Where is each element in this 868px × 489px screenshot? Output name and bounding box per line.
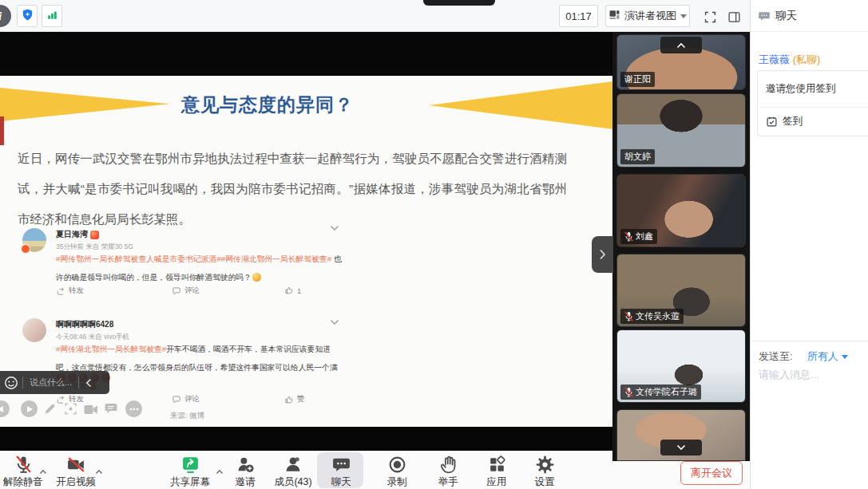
apps-icon — [475, 452, 518, 475]
chat-bubble-icon — [319, 452, 363, 475]
participant-name-label: 文传吴永蕸 — [620, 309, 684, 324]
fullscreen-icon — [704, 10, 717, 24]
send-to-selector[interactable]: 所有人 — [807, 349, 848, 364]
settings-button[interactable]: 设置 — [523, 452, 566, 489]
chat-panel-title: 聊天 — [775, 9, 797, 23]
chevron-down-icon — [676, 444, 686, 451]
info-icon[interactable]: i — [0, 5, 11, 27]
video-tile[interactable]: 文传吴永蕸 — [616, 254, 746, 327]
repost-button: 转发 — [56, 286, 84, 296]
share-indicator-pill[interactable] — [423, 0, 495, 6]
side-panel-icon — [727, 10, 741, 24]
video-tile[interactable]: 胡文婷 — [616, 93, 746, 168]
comment-control-button[interactable] — [105, 403, 117, 417]
members-icon — [268, 452, 318, 475]
focus-button[interactable] — [64, 402, 77, 419]
thumbs-up-icon — [284, 395, 294, 404]
play-button[interactable] — [21, 400, 38, 417]
share-screen-button[interactable]: 共享屏幕 — [166, 452, 214, 489]
chevron-down-icon — [842, 355, 848, 359]
unmute-options-caret[interactable] — [39, 463, 47, 478]
security-button[interactable] — [17, 5, 38, 27]
apps-button[interactable]: 应用 — [475, 452, 518, 489]
chat-bubble-icon — [105, 403, 117, 414]
send-to-label: 发送至: — [759, 349, 793, 364]
chevron-left-icon — [85, 378, 92, 388]
post-menu-chevron-icon — [330, 314, 339, 329]
camera-icon — [84, 404, 98, 415]
post-user-name: 夏日海湾 — [56, 229, 99, 240]
previous-button[interactable] — [0, 400, 10, 417]
post-content: #网传鄂州一局长醉驾被查人喊是市委书记派酒##网传湖北鄂州一局长醉驾被查# 也许… — [56, 250, 342, 286]
fullscreen-button[interactable] — [700, 7, 719, 26]
collapse-videos-button[interactable] — [660, 37, 702, 53]
chevron-right-icon — [599, 249, 606, 260]
shield-plus-icon — [21, 8, 34, 25]
participant-name-label: 刘鑫 — [620, 229, 657, 244]
panel-collapse-handle[interactable] — [592, 236, 613, 273]
post-user-name: 啊啊啊啊啊6428 — [56, 319, 113, 330]
camera-control-button[interactable] — [84, 404, 98, 418]
like-button: 赞 — [284, 394, 305, 404]
ellipsis-icon — [129, 408, 139, 411]
emoji-button[interactable] — [0, 376, 22, 390]
view-mode-button[interactable]: 演讲者视图 — [605, 5, 690, 27]
annotation-comment-bar: 说点什么... — [0, 371, 109, 394]
thinking-face-emoji — [252, 273, 261, 282]
comment-button: 评论 — [172, 394, 200, 404]
slide-title: 意见与态度的异同？ — [92, 93, 443, 117]
start-video-button[interactable]: 开启视频 — [53, 452, 99, 489]
record-button[interactable]: 录制 — [375, 452, 418, 489]
vip-badge-icon — [90, 231, 99, 239]
members-button[interactable]: 成员(43) — [268, 452, 318, 489]
chat-message-sender: 王薇薇 (私聊) — [759, 53, 820, 67]
slide-paragraph: 近日，网传一武汉交警在鄂州市异地执法过程中查获一起醉驾行为，驾驶员不愿配合交警进… — [18, 144, 567, 235]
comment-icon — [172, 286, 181, 296]
meeting-timer: 01:17 — [559, 5, 598, 27]
slide-accent-stripe — [0, 116, 4, 145]
raise-hand-icon — [426, 452, 470, 475]
chat-button[interactable]: 聊天 — [319, 452, 363, 489]
chat-message-input[interactable]: 请输入消息... — [759, 368, 819, 382]
layout-view-icon — [608, 9, 620, 23]
participant-name-label: 文传学院石子璐 — [620, 384, 701, 400]
post-hashtags: #网传鄂州一局长醉驾被查人喊是市委书记派酒##网传湖北鄂州一局长醉驾被查# — [56, 254, 331, 263]
draw-button[interactable] — [43, 402, 57, 419]
invite-button[interactable]: 邀请 — [226, 452, 264, 489]
presenter-media-controls — [0, 400, 160, 420]
thumbs-up-icon — [284, 286, 294, 295]
repost-icon — [56, 286, 65, 296]
video-thumbnail-strip: 谢正阳 胡文婷 刘鑫 文传吴永蕸 文传学院石子璐 — [612, 32, 750, 461]
scroll-videos-down-button[interactable] — [660, 440, 702, 455]
raise-hand-button[interactable]: 举手 — [426, 452, 470, 489]
collapse-bar-button[interactable] — [79, 378, 98, 388]
checkin-card: 邀请您使用签到 签到 — [757, 70, 868, 136]
side-panel-toggle-button[interactable] — [724, 7, 743, 26]
quick-comment-input[interactable]: 说点什么... — [23, 377, 78, 388]
checkin-button[interactable]: 签到 — [758, 107, 868, 136]
settings-gear-icon — [523, 452, 566, 475]
leave-meeting-button[interactable]: 离开会议 — [680, 461, 743, 485]
more-options-button[interactable] — [125, 400, 142, 417]
post-menu-chevron-icon — [330, 220, 339, 235]
checkin-invite-text: 邀请您使用签到 — [758, 71, 868, 107]
invite-person-icon — [226, 452, 264, 475]
post-source-caption: 来源: 微博 — [170, 411, 204, 421]
mic-muted-icon — [624, 231, 633, 242]
previous-icon — [0, 406, 3, 412]
share-screen-icon — [166, 452, 214, 475]
pencil-icon — [43, 402, 57, 416]
calendar-check-icon — [766, 116, 778, 128]
video-options-caret[interactable] — [95, 463, 103, 478]
post-hashtags: #网传湖北鄂州一局长醉驾被查# — [56, 345, 166, 353]
video-tile[interactable]: 刘鑫 — [616, 174, 746, 247]
divider — [751, 341, 868, 341]
network-signal-icon — [46, 9, 58, 24]
top-toolbar: i 01:17 演讲者视图 — [0, 0, 750, 32]
chat-icon — [758, 10, 771, 22]
network-signal-button[interactable] — [42, 5, 62, 27]
video-tile[interactable]: 文传学院石子璐 — [616, 329, 746, 403]
mic-muted-icon — [624, 311, 633, 321]
share-options-caret[interactable] — [216, 463, 224, 478]
chevron-down-icon — [680, 14, 687, 18]
